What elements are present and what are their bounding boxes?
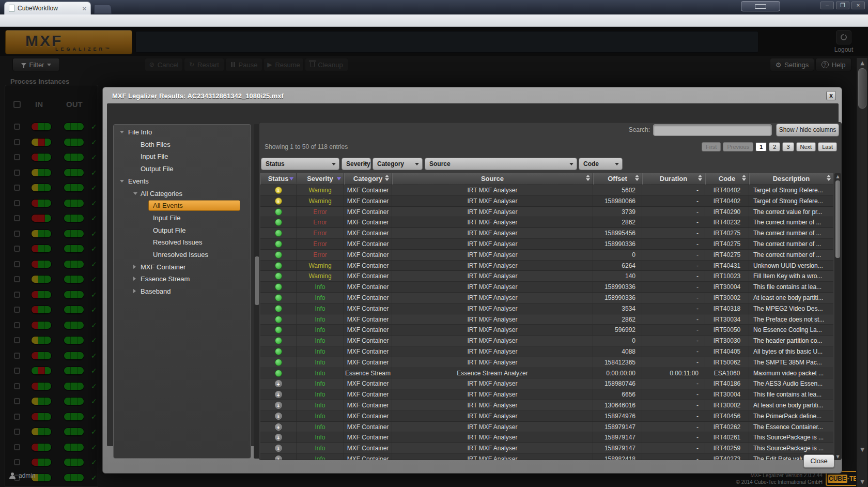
event-row[interactable]: +InfoMXF ContainerIRT MXF Analyser158979… (260, 422, 833, 433)
sort-both-icon[interactable] (586, 175, 590, 181)
event-row[interactable]: InfoMXF ContainerIRT MXF Analyser1589903… (260, 293, 833, 303)
column-header-code[interactable]: Code (705, 173, 749, 185)
browser-tab[interactable]: CubeWorkflow × (4, 2, 91, 14)
source-cell: IRT MXF Analyser (392, 293, 593, 303)
page-scrollbar[interactable]: ▲ ▼ ▼ (856, 58, 867, 487)
scroll-up-icon[interactable]: ▲ (857, 59, 868, 67)
event-row[interactable]: InfoMXF ContainerIRT MXF Analyser4088-IR… (260, 346, 833, 357)
tree-item-mxf-container[interactable]: MXF Container (114, 262, 251, 272)
sort-both-icon[interactable] (698, 175, 702, 181)
sort-both-icon[interactable] (827, 175, 831, 181)
status-cell (260, 282, 297, 292)
filter-select-severity[interactable]: Severity (342, 158, 371, 170)
event-row[interactable]: InfoMXF ContainerIRT MXF Analyser596992-… (260, 325, 833, 336)
sort-both-icon[interactable] (742, 175, 746, 181)
tree-item-resolved-issues[interactable]: Resolved Issues (114, 237, 251, 248)
tree-item-label: MXF Container (141, 263, 185, 271)
filter-select-status[interactable]: Status (261, 158, 339, 170)
event-row[interactable]: InfoEssence StreamEssence Stream Analyze… (260, 368, 833, 379)
column-header-description[interactable]: Description (749, 173, 833, 185)
event-row[interactable]: InfoMXF ContainerIRT MXF Analyser2862-IR… (260, 314, 833, 325)
expand-arrow-icon[interactable] (133, 289, 136, 293)
filter-select-code[interactable]: Code (579, 158, 623, 170)
tree-item-all-categories[interactable]: All Categories (114, 188, 251, 199)
column-header-status[interactable]: Status (260, 173, 297, 185)
filter-select-category[interactable]: Category (373, 158, 423, 170)
pagination-3[interactable]: 3 (782, 142, 794, 151)
chevron-down-icon (332, 163, 336, 165)
tab-close-icon[interactable]: × (82, 5, 86, 12)
new-tab-button[interactable] (94, 4, 112, 14)
status-cell (260, 357, 297, 368)
event-row[interactable]: InfoMXF ContainerIRT MXF Analyser1589903… (260, 282, 833, 293)
event-row[interactable]: ErrorMXF ContainerIRT MXF Analyser158995… (260, 228, 833, 239)
filter-select-source[interactable]: Source (425, 158, 577, 170)
event-row[interactable]: WarningMXF ContainerIRT MXF Analyser140-… (260, 271, 833, 282)
scroll-down-icon[interactable]: ▼ (857, 446, 868, 454)
pagination-last[interactable]: Last (818, 142, 837, 151)
scroll-down-icon-2[interactable]: ▼ (857, 478, 868, 486)
close-button[interactable]: Close (803, 454, 834, 468)
collapse-arrow-icon[interactable] (120, 131, 124, 133)
tree-item-essence-stream[interactable]: Essence Stream (114, 273, 251, 284)
pagination-next[interactable]: Next (796, 142, 816, 151)
window-close-button[interactable]: × (851, 2, 865, 9)
expand-arrow-icon[interactable] (133, 265, 136, 269)
code-cell: IRT40456 (705, 411, 749, 421)
tree-item-input-file[interactable]: Input File (114, 151, 251, 162)
column-header-severity[interactable]: Severity (297, 173, 344, 185)
column-header-offset[interactable]: Offset (593, 173, 642, 185)
category-cell: MXF Container (344, 378, 392, 389)
pagination-first[interactable]: First (702, 142, 721, 151)
pagination-previous[interactable]: Previous (723, 142, 753, 151)
event-row[interactable]: +WarningMXF ContainerIRT MXF Analyser158… (260, 196, 833, 207)
expand-arrow-icon[interactable] (133, 277, 136, 281)
show-hide-columns-button[interactable]: Show / hide columns (776, 124, 839, 136)
sort-desc-icon[interactable] (289, 177, 293, 180)
tree-item-output-file[interactable]: Output File (114, 163, 251, 174)
event-row[interactable]: +WarningMXF ContainerIRT MXF Analyser560… (260, 185, 833, 196)
event-row[interactable]: +InfoMXF ContainerIRT MXF Analyser158980… (260, 378, 833, 389)
window-restore-button[interactable]: ❐ (836, 2, 849, 9)
tree-item-input-file[interactable]: Input File (114, 212, 251, 223)
event-row[interactable]: InfoMXF ContainerIRT MXF Analyser3534-IR… (260, 303, 833, 314)
sort-both-icon[interactable] (635, 175, 639, 181)
pagination-1[interactable]: 1 (755, 142, 767, 151)
browser-tab-strip: CubeWorkflow × – ❐ × (0, 0, 868, 14)
event-row[interactable]: ErrorMXF ContainerIRT MXF Analyser158990… (260, 239, 833, 250)
sort-both-icon[interactable] (385, 175, 389, 181)
dialog-close-icon[interactable]: x (826, 91, 836, 100)
search-input[interactable] (653, 124, 772, 136)
event-row[interactable]: +InfoMXF ContainerIRT MXF Analyser130646… (260, 400, 833, 411)
event-row[interactable]: +InfoMXF ContainerIRT MXF Analyser158979… (260, 432, 833, 443)
window-minimize-button[interactable]: – (820, 2, 834, 9)
tree-item-all-events[interactable]: All Events (114, 200, 251, 211)
tree-item-output-file[interactable]: Output File (114, 225, 251, 236)
collapse-arrow-icon[interactable] (120, 180, 124, 182)
event-row[interactable]: WarningMXF ContainerIRT MXF Analyser6264… (260, 261, 833, 271)
table-scrollbar-thumb[interactable] (835, 180, 840, 258)
event-row[interactable]: +InfoMXF ContainerIRT MXF Analyser6656-I… (260, 389, 833, 400)
column-header-duration[interactable]: Duration (642, 173, 705, 185)
tree-item-unresolved-issues[interactable]: Unresolved Issues (114, 249, 251, 260)
event-row[interactable]: InfoMXF ContainerIRT MXF Analyser1584123… (260, 357, 833, 368)
event-row[interactable]: ErrorMXF ContainerIRT MXF Analyser3739-I… (260, 207, 833, 218)
tree-item-file-info[interactable]: File Info (114, 127, 251, 138)
window-extra-button[interactable] (741, 1, 780, 11)
tree-item-baseband[interactable]: Baseband (114, 286, 251, 297)
table-scroll-up-icon[interactable]: ▲ (834, 174, 841, 180)
event-row[interactable]: InfoMXF ContainerIRT MXF Analyser0-IRT30… (260, 336, 833, 346)
event-row[interactable]: +InfoMXF ContainerIRT MXF Analyser158974… (260, 411, 833, 422)
column-header-category[interactable]: Category (344, 173, 392, 185)
event-row[interactable]: ErrorMXF ContainerIRT MXF Analyser0-IRT4… (260, 250, 833, 261)
sort-desc-icon[interactable] (337, 177, 341, 180)
event-row[interactable]: ErrorMXF ContainerIRT MXF Analyser2862-I… (260, 217, 833, 228)
tree-item-both-files[interactable]: Both Files (114, 139, 251, 150)
collapse-arrow-icon[interactable] (133, 192, 137, 195)
description-cell: The header partition co... (749, 336, 833, 346)
table-scrollbar[interactable]: ▲ ▼ (834, 173, 841, 460)
page-scrollbar-thumb[interactable] (858, 68, 866, 109)
tree-item-events[interactable]: Events (114, 176, 251, 187)
pagination-2[interactable]: 2 (769, 142, 780, 151)
column-header-source[interactable]: Source (392, 173, 593, 185)
